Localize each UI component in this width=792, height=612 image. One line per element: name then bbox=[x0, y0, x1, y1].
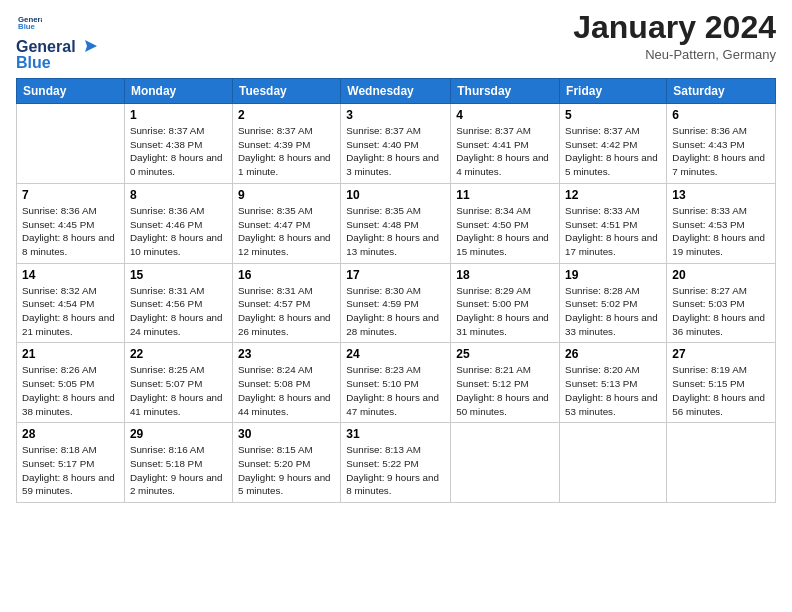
day-number: 29 bbox=[130, 427, 227, 441]
day-info: Sunrise: 8:37 AMSunset: 4:39 PMDaylight:… bbox=[238, 124, 335, 179]
day-number: 13 bbox=[672, 188, 770, 202]
day-number: 4 bbox=[456, 108, 554, 122]
day-number: 12 bbox=[565, 188, 661, 202]
day-cell: 26Sunrise: 8:20 AMSunset: 5:13 PMDayligh… bbox=[560, 343, 667, 423]
day-info: Sunrise: 8:19 AMSunset: 5:15 PMDaylight:… bbox=[672, 363, 770, 418]
day-info: Sunrise: 8:27 AMSunset: 5:03 PMDaylight:… bbox=[672, 284, 770, 339]
day-number: 27 bbox=[672, 347, 770, 361]
day-cell: 28Sunrise: 8:18 AMSunset: 5:17 PMDayligh… bbox=[17, 423, 125, 503]
day-info: Sunrise: 8:13 AMSunset: 5:22 PMDaylight:… bbox=[346, 443, 445, 498]
day-number: 28 bbox=[22, 427, 119, 441]
day-number: 10 bbox=[346, 188, 445, 202]
day-number: 2 bbox=[238, 108, 335, 122]
day-cell: 4Sunrise: 8:37 AMSunset: 4:41 PMDaylight… bbox=[451, 104, 560, 184]
day-number: 24 bbox=[346, 347, 445, 361]
day-cell bbox=[560, 423, 667, 503]
day-cell: 16Sunrise: 8:31 AMSunset: 4:57 PMDayligh… bbox=[232, 263, 340, 343]
day-cell: 2Sunrise: 8:37 AMSunset: 4:39 PMDaylight… bbox=[232, 104, 340, 184]
day-cell: 10Sunrise: 8:35 AMSunset: 4:48 PMDayligh… bbox=[341, 183, 451, 263]
day-cell: 11Sunrise: 8:34 AMSunset: 4:50 PMDayligh… bbox=[451, 183, 560, 263]
day-number: 31 bbox=[346, 427, 445, 441]
day-info: Sunrise: 8:21 AMSunset: 5:12 PMDaylight:… bbox=[456, 363, 554, 418]
day-info: Sunrise: 8:31 AMSunset: 4:56 PMDaylight:… bbox=[130, 284, 227, 339]
day-cell: 12Sunrise: 8:33 AMSunset: 4:51 PMDayligh… bbox=[560, 183, 667, 263]
day-cell: 15Sunrise: 8:31 AMSunset: 4:56 PMDayligh… bbox=[124, 263, 232, 343]
title-block: January 2024 Neu-Pattern, Germany bbox=[573, 10, 776, 62]
day-cell: 9Sunrise: 8:35 AMSunset: 4:47 PMDaylight… bbox=[232, 183, 340, 263]
svg-text:Blue: Blue bbox=[18, 22, 36, 31]
page: General Blue General Blue January 2024 N… bbox=[0, 0, 792, 612]
logo-bird-icon bbox=[77, 38, 97, 56]
day-cell: 19Sunrise: 8:28 AMSunset: 5:02 PMDayligh… bbox=[560, 263, 667, 343]
day-info: Sunrise: 8:18 AMSunset: 5:17 PMDaylight:… bbox=[22, 443, 119, 498]
header-tuesday: Tuesday bbox=[232, 79, 340, 104]
day-cell: 13Sunrise: 8:33 AMSunset: 4:53 PMDayligh… bbox=[667, 183, 776, 263]
week-row-2: 7Sunrise: 8:36 AMSunset: 4:45 PMDaylight… bbox=[17, 183, 776, 263]
day-info: Sunrise: 8:37 AMSunset: 4:38 PMDaylight:… bbox=[130, 124, 227, 179]
day-info: Sunrise: 8:36 AMSunset: 4:46 PMDaylight:… bbox=[130, 204, 227, 259]
day-info: Sunrise: 8:28 AMSunset: 5:02 PMDaylight:… bbox=[565, 284, 661, 339]
day-cell: 21Sunrise: 8:26 AMSunset: 5:05 PMDayligh… bbox=[17, 343, 125, 423]
day-number: 22 bbox=[130, 347, 227, 361]
logo-blue: Blue bbox=[16, 54, 98, 72]
day-number: 23 bbox=[238, 347, 335, 361]
day-number: 7 bbox=[22, 188, 119, 202]
day-cell: 22Sunrise: 8:25 AMSunset: 5:07 PMDayligh… bbox=[124, 343, 232, 423]
week-row-4: 21Sunrise: 8:26 AMSunset: 5:05 PMDayligh… bbox=[17, 343, 776, 423]
day-number: 3 bbox=[346, 108, 445, 122]
day-info: Sunrise: 8:25 AMSunset: 5:07 PMDaylight:… bbox=[130, 363, 227, 418]
day-cell: 20Sunrise: 8:27 AMSunset: 5:03 PMDayligh… bbox=[667, 263, 776, 343]
day-cell: 1Sunrise: 8:37 AMSunset: 4:38 PMDaylight… bbox=[124, 104, 232, 184]
day-info: Sunrise: 8:30 AMSunset: 4:59 PMDaylight:… bbox=[346, 284, 445, 339]
day-number: 17 bbox=[346, 268, 445, 282]
day-cell: 31Sunrise: 8:13 AMSunset: 5:22 PMDayligh… bbox=[341, 423, 451, 503]
day-number: 8 bbox=[130, 188, 227, 202]
day-cell bbox=[17, 104, 125, 184]
day-cell: 30Sunrise: 8:15 AMSunset: 5:20 PMDayligh… bbox=[232, 423, 340, 503]
day-number: 19 bbox=[565, 268, 661, 282]
day-info: Sunrise: 8:35 AMSunset: 4:47 PMDaylight:… bbox=[238, 204, 335, 259]
day-cell: 14Sunrise: 8:32 AMSunset: 4:54 PMDayligh… bbox=[17, 263, 125, 343]
week-row-1: 1Sunrise: 8:37 AMSunset: 4:38 PMDaylight… bbox=[17, 104, 776, 184]
subtitle: Neu-Pattern, Germany bbox=[573, 47, 776, 62]
logo: General Blue General Blue bbox=[16, 10, 98, 72]
day-info: Sunrise: 8:32 AMSunset: 4:54 PMDaylight:… bbox=[22, 284, 119, 339]
day-info: Sunrise: 8:31 AMSunset: 4:57 PMDaylight:… bbox=[238, 284, 335, 339]
header-thursday: Thursday bbox=[451, 79, 560, 104]
day-cell: 23Sunrise: 8:24 AMSunset: 5:08 PMDayligh… bbox=[232, 343, 340, 423]
header-saturday: Saturday bbox=[667, 79, 776, 104]
day-cell bbox=[667, 423, 776, 503]
day-info: Sunrise: 8:16 AMSunset: 5:18 PMDaylight:… bbox=[130, 443, 227, 498]
day-info: Sunrise: 8:33 AMSunset: 4:51 PMDaylight:… bbox=[565, 204, 661, 259]
day-number: 26 bbox=[565, 347, 661, 361]
week-row-3: 14Sunrise: 8:32 AMSunset: 4:54 PMDayligh… bbox=[17, 263, 776, 343]
day-info: Sunrise: 8:20 AMSunset: 5:13 PMDaylight:… bbox=[565, 363, 661, 418]
day-info: Sunrise: 8:26 AMSunset: 5:05 PMDaylight:… bbox=[22, 363, 119, 418]
calendar-table: SundayMondayTuesdayWednesdayThursdayFrid… bbox=[16, 78, 776, 503]
day-cell: 24Sunrise: 8:23 AMSunset: 5:10 PMDayligh… bbox=[341, 343, 451, 423]
week-row-5: 28Sunrise: 8:18 AMSunset: 5:17 PMDayligh… bbox=[17, 423, 776, 503]
day-info: Sunrise: 8:34 AMSunset: 4:50 PMDaylight:… bbox=[456, 204, 554, 259]
header-wednesday: Wednesday bbox=[341, 79, 451, 104]
day-info: Sunrise: 8:37 AMSunset: 4:42 PMDaylight:… bbox=[565, 124, 661, 179]
day-number: 6 bbox=[672, 108, 770, 122]
calendar-header-row: SundayMondayTuesdayWednesdayThursdayFrid… bbox=[17, 79, 776, 104]
day-info: Sunrise: 8:37 AMSunset: 4:40 PMDaylight:… bbox=[346, 124, 445, 179]
header-sunday: Sunday bbox=[17, 79, 125, 104]
day-number: 16 bbox=[238, 268, 335, 282]
day-cell: 7Sunrise: 8:36 AMSunset: 4:45 PMDaylight… bbox=[17, 183, 125, 263]
day-info: Sunrise: 8:36 AMSunset: 4:45 PMDaylight:… bbox=[22, 204, 119, 259]
day-info: Sunrise: 8:33 AMSunset: 4:53 PMDaylight:… bbox=[672, 204, 770, 259]
header-friday: Friday bbox=[560, 79, 667, 104]
day-cell: 17Sunrise: 8:30 AMSunset: 4:59 PMDayligh… bbox=[341, 263, 451, 343]
day-cell: 6Sunrise: 8:36 AMSunset: 4:43 PMDaylight… bbox=[667, 104, 776, 184]
day-info: Sunrise: 8:23 AMSunset: 5:10 PMDaylight:… bbox=[346, 363, 445, 418]
day-cell: 29Sunrise: 8:16 AMSunset: 5:18 PMDayligh… bbox=[124, 423, 232, 503]
day-cell: 27Sunrise: 8:19 AMSunset: 5:15 PMDayligh… bbox=[667, 343, 776, 423]
day-number: 14 bbox=[22, 268, 119, 282]
day-info: Sunrise: 8:15 AMSunset: 5:20 PMDaylight:… bbox=[238, 443, 335, 498]
day-number: 1 bbox=[130, 108, 227, 122]
day-number: 30 bbox=[238, 427, 335, 441]
day-info: Sunrise: 8:35 AMSunset: 4:48 PMDaylight:… bbox=[346, 204, 445, 259]
day-number: 20 bbox=[672, 268, 770, 282]
